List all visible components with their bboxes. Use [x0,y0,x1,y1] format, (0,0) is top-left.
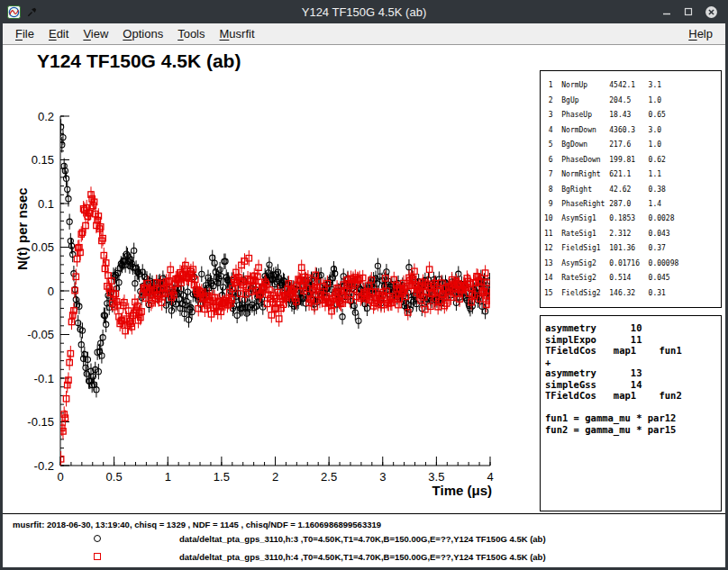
menu-view[interactable]: View [76,25,115,42]
y-tick-label: -0.15 [27,415,54,429]
x-tick-label: 3.5 [428,470,444,484]
legend-entry-text: data/deltat_pta_gps_3110,h:3 ,T0=4.50K,T… [179,534,546,544]
legend-entry-text: data/deltat_pta_gps_3110,h:4 ,T0=4.50K,T… [179,552,546,562]
x-tick-label: 2 [272,470,278,484]
plot-area[interactable]: 0.20.150.10.050-0.05-0.1-0.15-0.200.511.… [3,45,525,513]
y-tick-label: -0.2 [34,459,54,473]
param-row: 15 FieldSig2 146.32 0.31 [544,289,717,297]
theory-line: + [545,357,716,368]
theory-box: asymmetry 10simplExpo 11TFieldCos map1 f… [540,315,722,511]
param-row: 13 AsymSig2 0.01716 0.00098 [544,259,717,267]
param-row: 14 RateSig2 0.514 0.045 [544,274,717,282]
theory-line: asymmetry 10 [545,322,716,334]
menu-file[interactable]: File [8,25,41,42]
x-tick-label: 2.5 [321,470,337,484]
param-row: 8 BgRight 42.62 0.38 [544,185,717,194]
menu-help[interactable]: Help [681,25,720,42]
param-row: 10 AsymSig1 0.1853 0.0028 [544,214,717,222]
x-tick-label: 4 [487,470,493,484]
menubar: File Edit View Options Tools Musrfit Hel… [3,23,725,45]
theory-line: TFieldCos map1 fun2 [545,390,716,402]
param-row: 2 BgUp 204.5 1.0 [544,96,717,104]
root-canvas: Y124 TF150G 4.5K (ab) 0.20.150.10.050-0.… [3,45,725,567]
x-tick-label: 0 [57,470,63,484]
app-icon[interactable] [7,5,21,19]
theory-line: simpleGss 14 [545,379,716,391]
circle-marker-icon [94,535,101,542]
menu-tools[interactable]: Tools [170,25,212,42]
y-tick-label: 0.2 [38,110,54,123]
status-line: musrfit: 2018-06-30, 13:19:40, chisq = 1… [13,520,381,529]
theory-line: asymmetry 13 [545,367,716,379]
y-tick-label: -0.1 [34,372,54,385]
parameter-box: 1 NormUp 4542.1 3.1 2 BgUp 204.5 1.0 3 P… [540,70,722,308]
maximize-button[interactable] [683,6,694,17]
y-tick-label: 0.15 [32,153,54,167]
y-tick-label: 0.1 [38,197,54,211]
minimize-button[interactable] [661,6,672,17]
menu-edit[interactable]: Edit [41,25,76,42]
param-row: 7 NormRight 621.1 1.1 [544,170,717,178]
param-row: 5 BgDown 217.6 1.0 [544,140,717,149]
y-tick-label: 0.05 [32,240,54,254]
x-tick-label: 1.5 [214,470,230,484]
y-tick-label: -0.05 [27,328,54,341]
x-tick-label: 0.5 [106,470,123,484]
window-title: Y124 TF150G 4.5K (ab) [3,5,725,19]
musrview-window: Y124 TF150G 4.5K (ab) File Edit View Opt… [0,0,728,570]
theory-line [545,402,716,413]
x-tick-label: 3 [379,470,386,484]
param-row: 6 PhaseDown 199.81 0.62 [544,156,717,164]
menu-options[interactable]: Options [115,25,170,42]
param-row: 11 RateSig1 2.312 0.043 [544,230,717,238]
theory-line: fun1 = gamma_mu * par12 [545,412,716,424]
theory-line: fun2 = gamma_mu * par15 [545,424,716,436]
x-axis-title: Time (μs) [432,483,492,498]
theory-line: simplExpo 11 [545,334,716,346]
param-row: 4 NormDown 4360.3 3.0 [544,126,717,134]
param-row: 3 PhaseUp 18.43 0.65 [544,111,717,119]
theory-line: TFieldCos map1 fun1 [545,345,716,357]
y-tick-label: 0 [48,285,54,298]
x-tick-label: 1 [165,470,171,484]
series-red-squares [58,186,492,466]
legend-entry: data/deltat_pta_gps_3110,h:4 ,T0=4.50K,T… [3,552,546,561]
menu-musrfit[interactable]: Musrfit [213,25,262,42]
legend-entry: data/deltat_pta_gps_3110,h:3 ,T0=4.50K,T… [3,534,546,543]
param-row: 12 FieldSig1 101.36 0.37 [544,244,717,252]
square-marker-icon [94,553,101,560]
param-row: 9 PhaseRight 287.0 1.4 [544,200,717,208]
info-footer: musrfit: 2018-06-30, 13:19:40, chisq = 1… [3,513,725,567]
series-black-circles [58,119,492,397]
pin-icon[interactable] [26,6,38,18]
param-row: 1 NormUp 4542.1 3.1 [544,81,717,89]
y-axis-title: N(t) per nsec [14,187,30,270]
titlebar[interactable]: Y124 TF150G 4.5K (ab) [3,0,725,23]
close-button[interactable] [705,5,718,19]
